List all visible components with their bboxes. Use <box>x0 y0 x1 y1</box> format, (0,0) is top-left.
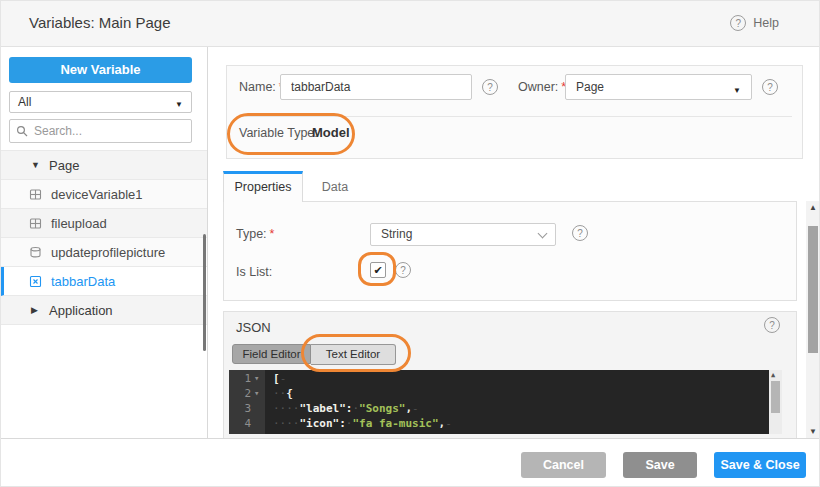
line-number: 1 <box>229 371 251 386</box>
save-and-close-button[interactable]: Save & Close <box>714 452 806 478</box>
search-icon <box>16 125 29 138</box>
code-line: 4 ····"icon":·"fa fa-music",- <box>229 416 769 431</box>
editor-scrollbar-thumb[interactable] <box>771 381 780 413</box>
sidebar-scrollbar[interactable] <box>203 234 206 351</box>
divider <box>239 116 792 117</box>
tree-item-fileupload[interactable]: fileupload <box>1 209 207 238</box>
field-editor-button[interactable]: Field Editor <box>232 344 311 364</box>
required-asterisk: * <box>270 227 275 241</box>
filter-selected-value: All <box>18 95 31 109</box>
cancel-button[interactable]: Cancel <box>521 452 606 478</box>
fold-icon[interactable]: ▾ <box>254 371 259 386</box>
type-select[interactable]: String <box>370 223 556 246</box>
name-label: Name:* <box>239 80 284 94</box>
caret-right-icon: ▶ <box>31 305 38 315</box>
type-label: Type:* <box>236 227 274 241</box>
device-variable-icon <box>29 188 42 201</box>
type-selected-value: String <box>381 227 412 241</box>
tree-item-label: updateprofilepicture <box>51 245 165 260</box>
text-editor-button[interactable]: Text Editor <box>311 344 396 365</box>
variable-search <box>9 119 192 143</box>
dialog-footer: Cancel Save Save & Close <box>1 438 820 487</box>
tree-item-label: deviceVariable1 <box>51 187 143 202</box>
dialog-header: Variables: Main Page ? Help <box>1 1 820 47</box>
service-variable-icon <box>29 246 42 259</box>
tab-properties[interactable]: Properties <box>223 171 303 202</box>
variable-filter-select[interactable]: All ▼ <box>9 91 192 113</box>
tree-group-page[interactable]: ▼ Page <box>1 151 207 180</box>
new-variable-button[interactable]: New Variable <box>9 57 192 83</box>
line-number: 4 <box>229 416 251 431</box>
variables-dialog: Variables: Main Page ? Help New Variable… <box>0 0 820 487</box>
json-section: JSON ? Field Editor Text Editor 1 ▾ [- 2… <box>223 311 797 438</box>
owner-selected-value: Page <box>576 80 604 94</box>
code-line: 1 ▾ [- <box>229 371 769 386</box>
scroll-up-icon[interactable]: ▲ <box>809 203 817 212</box>
tree-group-label: Application <box>49 303 113 318</box>
tree-item-label: fileupload <box>51 216 107 231</box>
caret-down-icon: ▼ <box>175 95 183 115</box>
tree-item-tabbardata[interactable]: tabbarData <box>1 267 207 296</box>
variable-type-label: Variable Type: <box>239 126 318 140</box>
scroll-down-icon[interactable]: ▼ <box>809 427 817 436</box>
editor-scrollbar[interactable]: ▲ <box>769 370 782 434</box>
tree-group-label: Page <box>49 158 79 173</box>
caret-down-icon: ▼ <box>733 79 741 103</box>
editor-mode-toggle: Field Editor Text Editor <box>232 344 396 365</box>
page-title: Variables: Main Page <box>29 14 170 31</box>
properties-panel: Type:* String ? Is List: ✔ ? <box>223 201 797 301</box>
json-help-icon[interactable]: ? <box>764 317 780 333</box>
is-list-checkbox[interactable]: ✔ <box>370 262 386 278</box>
type-help-icon[interactable]: ? <box>572 225 588 241</box>
help-icon: ? <box>730 15 746 31</box>
model-variable-icon <box>29 275 42 288</box>
owner-help-icon[interactable]: ? <box>762 79 778 95</box>
variable-type-value: Model <box>312 125 350 140</box>
caret-down-icon: ▼ <box>31 160 40 170</box>
variables-sidebar: New Variable All ▼ ▼ Page <box>1 47 208 487</box>
tab-data[interactable]: Data <box>306 173 364 201</box>
owner-select[interactable]: Page ▼ <box>565 74 752 100</box>
line-number: 3 <box>229 401 251 416</box>
help-label: Help <box>753 16 779 30</box>
search-input[interactable] <box>34 121 184 141</box>
code-line: 2 ▾ ··{ <box>229 386 769 401</box>
json-text-editor[interactable]: 1 ▾ [- 2 ▾ ··{ 3 ····"label":·"Songs",- … <box>229 370 782 434</box>
scroll-up-icon[interactable]: ▲ <box>771 371 775 379</box>
tree-item-devicevariable1[interactable]: deviceVariable1 <box>1 180 207 209</box>
save-button[interactable]: Save <box>623 452 697 478</box>
line-number: 2 <box>229 386 251 401</box>
is-list-label: Is List: <box>236 265 272 279</box>
name-field[interactable] <box>280 74 472 100</box>
fold-icon[interactable]: ▾ <box>254 386 259 401</box>
device-variable-icon <box>29 217 42 230</box>
help-button[interactable]: ? Help <box>730 15 779 31</box>
owner-label: Owner:* <box>518 80 566 94</box>
tree-item-label: tabbarData <box>51 274 115 289</box>
json-section-title: JSON <box>236 320 271 335</box>
tree-group-application[interactable]: ▶ Application <box>1 296 207 325</box>
tree-item-updateprofilepicture[interactable]: updateprofilepicture <box>1 238 207 267</box>
name-help-icon[interactable]: ? <box>482 79 498 95</box>
code-line: 3 ····"label":·"Songs",- <box>229 401 769 416</box>
chevron-down-icon <box>538 229 548 239</box>
content-scrollbar[interactable]: ▲ ▼ <box>806 201 820 438</box>
content-scrollbar-thumb[interactable] <box>808 226 818 353</box>
variable-tree: ▼ Page deviceVariable1 fileupload <box>1 150 207 325</box>
is-list-help-icon[interactable]: ? <box>395 262 411 278</box>
variable-summary-panel: Name:* ? Owner:* Page ▼ ? Variable Type:… <box>226 65 803 159</box>
